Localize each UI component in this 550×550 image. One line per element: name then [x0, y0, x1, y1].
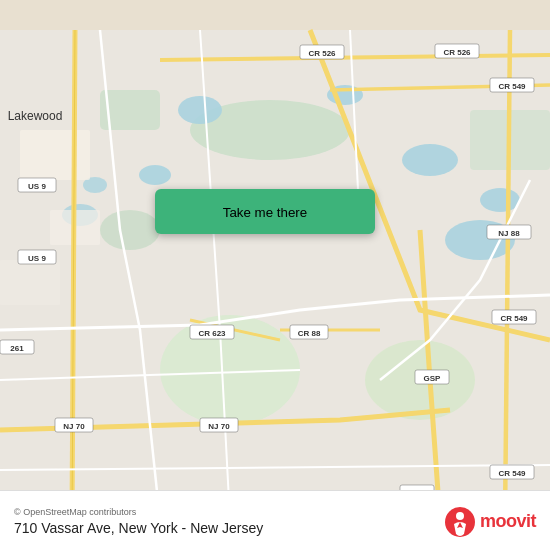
- address-text: 710 Vassar Ave, New York - New Jersey: [14, 520, 263, 536]
- svg-text:NJ 70: NJ 70: [208, 422, 230, 431]
- svg-text:CR 549: CR 549: [498, 82, 526, 91]
- moovit-icon: [444, 506, 476, 538]
- svg-rect-15: [20, 130, 90, 180]
- svg-text:CR 88: CR 88: [298, 329, 321, 338]
- info-bar: © OpenStreetMap contributors 710 Vassar …: [0, 490, 550, 550]
- svg-text:Lakewood: Lakewood: [8, 109, 63, 123]
- svg-text:CR 526: CR 526: [308, 49, 336, 58]
- svg-text:NJ 70: NJ 70: [63, 422, 85, 431]
- svg-point-7: [178, 96, 222, 124]
- svg-text:CR 623: CR 623: [198, 329, 226, 338]
- moovit-logo: moovit: [444, 506, 536, 538]
- svg-text:CR 549: CR 549: [498, 469, 526, 478]
- map-container: US 9 US 9 CR 526 CR 526 CR 549 NJ 88 CR …: [0, 0, 550, 550]
- svg-point-11: [480, 188, 520, 212]
- osm-credit: © OpenStreetMap contributors: [14, 507, 263, 517]
- svg-text:261: 261: [10, 344, 24, 353]
- svg-text:US 9: US 9: [28, 182, 46, 191]
- svg-point-9: [402, 144, 458, 176]
- svg-text:NJ 88: NJ 88: [498, 229, 520, 238]
- moovit-text: moovit: [480, 511, 536, 532]
- svg-point-50: [456, 512, 464, 520]
- info-left: © OpenStreetMap contributors 710 Vassar …: [14, 507, 263, 536]
- svg-text:GSP: GSP: [424, 374, 442, 383]
- svg-point-12: [139, 165, 171, 185]
- svg-text:US 9: US 9: [28, 254, 46, 263]
- svg-text:CR 526: CR 526: [443, 48, 471, 57]
- svg-rect-17: [0, 260, 60, 305]
- take-me-there-button[interactable]: Take me there: [155, 189, 375, 234]
- svg-point-5: [100, 210, 160, 250]
- svg-text:CR 549: CR 549: [500, 314, 528, 323]
- map-background: US 9 US 9 CR 526 CR 526 CR 549 NJ 88 CR …: [0, 0, 550, 550]
